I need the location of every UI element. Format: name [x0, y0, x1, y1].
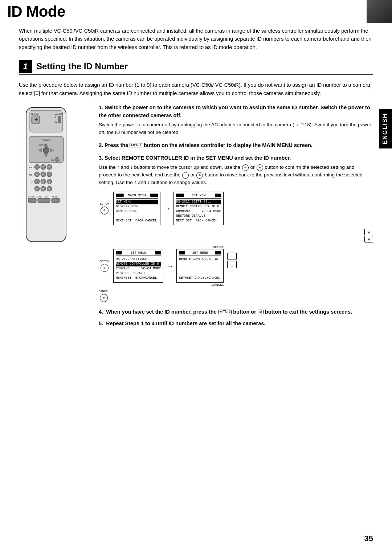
cancel-icon: CANCEL ⊗: [99, 290, 109, 302]
sm-row-cmd: COMMAND VC-C4 MODE: [176, 209, 221, 214]
page-number: 35: [364, 534, 373, 543]
step3-desc: Use the ↑ and ↓ buttons to move the curs…: [99, 164, 373, 187]
arrow-up-down: ∧ ∨: [364, 229, 373, 242]
svg-text:T: T: [54, 116, 56, 119]
set-menu-box: ████ SET MENU ███ RS-232C SETTINGS.. REM…: [173, 192, 224, 225]
page-header: ID Mode: [0, 0, 392, 23]
svg-text:3: 3: [49, 166, 50, 168]
section1-intro: Use the procedure below to assign an ID …: [19, 81, 373, 97]
language-tab: ENGLISH: [379, 109, 392, 148]
step3-bold: 3. Select REMOTE CONTROLLER ID in the SE…: [99, 154, 373, 162]
title-bars-left: ████: [116, 193, 124, 198]
svg-text:ID: ID: [45, 196, 48, 198]
sm2-row-cmd: COMMAND VC-C4 MODE: [116, 266, 161, 271]
header-corner-decoration: [367, 0, 392, 23]
setok-btn-2: ⊙: [101, 264, 109, 272]
svg-text:MF: MF: [29, 174, 33, 176]
step5: 5. Repeat Steps 1 to 4 until ID numbers …: [99, 319, 373, 327]
page-title: ID Mode: [0, 0, 367, 23]
sm-row-rs232: RS-232C SETTINGS..: [176, 200, 221, 204]
svg-text:8: 8: [42, 180, 44, 183]
set-menu-box2: ███ SET MENU ███ RS-232C SETTINGS.. REMO…: [113, 249, 163, 282]
arrow-right-1: →: [163, 204, 171, 213]
remote-col: BRIGHT ZOOM + T W COM2: [19, 104, 91, 257]
sm-title-text: SET MENU: [192, 193, 207, 198]
final-screen-wrap: SET/OK ███ SET MENU ███ REMOTE CONTROLLE…: [176, 245, 224, 286]
setok-label-top: SET/OK: [176, 245, 224, 249]
section-number: 1: [19, 60, 32, 73]
step1-bold: 1. Switch the power on to the cameras to…: [99, 104, 373, 120]
svg-text:4: 4: [36, 173, 38, 176]
sm2-title-text: SET MENU: [131, 251, 146, 256]
svg-text:1: 1: [36, 166, 38, 168]
sm-bars-right: ███: [215, 193, 221, 198]
section-title: Setting the ID Number: [36, 61, 128, 72]
final-menu-box: ███ SET MENU ███ REMOTE CONTROLLER ID SE…: [176, 249, 224, 282]
step1-label: 1.: [99, 105, 105, 110]
menu-row-camera: CAMERA MENU: [116, 209, 158, 214]
setok-icon-1: SET/OK ⊙: [99, 203, 110, 215]
main-content: When multiple VC-C50i/VC-C50iR cameras a…: [0, 23, 392, 346]
step2-bold: 2. Press the MENU button on the wireless…: [99, 142, 373, 150]
svg-text:F.I.: F.I.: [39, 196, 42, 198]
sm2-row-rcid-hl: REMOTE CONTROLLER ID 0: [116, 262, 161, 266]
setok-icon-2: SET/OK ⊙: [99, 260, 110, 272]
svg-rect-53: [45, 198, 50, 203]
svg-rect-54: [52, 198, 60, 203]
title-bars-right: ████: [150, 193, 158, 198]
svg-text:★: ★: [35, 188, 37, 190]
cancel-icon-row: CANCEL ⊗: [99, 290, 373, 302]
svg-text:2: 2: [42, 166, 44, 168]
main-menu-title: ████ MAIN MENU ████: [116, 193, 158, 199]
sm2-bars-right: ███: [155, 251, 161, 256]
svg-text:5: 5: [42, 173, 44, 176]
final-title-text: SET MENU: [192, 251, 208, 256]
sm-bars-left: ████: [176, 193, 184, 198]
menu-row-next-cancel: NEXT=SET BACK=CANCEL: [116, 219, 158, 223]
sm2-row-rs232: RS-232C SETTINGS..: [116, 257, 161, 262]
sm2-bars-left: ███: [116, 251, 122, 256]
screens-row2: SET/OK ⊙ ███ SET MENU ███ RS-232C SETTIN…: [99, 245, 373, 286]
step1: 1. Switch the power on to the cameras to…: [99, 104, 373, 136]
value-arrows: ↑ ↓: [227, 253, 237, 268]
step1-desc: Switch the power to a camera off by unpl…: [99, 121, 373, 136]
step4: 4. When you have set the ID number, pres…: [99, 308, 373, 316]
svg-text:6: 6: [49, 173, 50, 176]
arrow-down-btn: ∨: [364, 236, 373, 242]
svg-text:W: W: [54, 120, 57, 123]
svg-text:#: #: [49, 188, 50, 190]
sm2-row-restore: RESTORE DEFAULT: [116, 271, 161, 276]
screens-area: SET/OK ⊙ ████ MAIN MENU ████ SET MENU DI…: [99, 192, 373, 302]
step2: 2. Press the MENU button on the wireless…: [99, 142, 373, 150]
svg-rect-51: [28, 198, 36, 203]
val-arrow-down: ↓: [227, 261, 237, 268]
final-row-blank2: [179, 266, 221, 271]
svg-text:AF: AF: [29, 166, 32, 169]
final-row-blank3: [179, 271, 221, 276]
setok-btn: ⊙: [101, 207, 109, 215]
setok-label: SET/OK: [100, 203, 109, 205]
cancel-label-sm: CANCEL: [99, 290, 109, 293]
setok-label-2: SET/OK: [100, 260, 109, 262]
menu-row-blank: [116, 214, 158, 219]
step1-text: Switch the power on to the cameras to wh…: [99, 105, 370, 118]
svg-text:0: 0: [42, 188, 44, 190]
svg-text:BRIGHT: BRIGHT: [31, 113, 41, 115]
sm-row-restore: RESTORE DEFAULT: [176, 214, 221, 219]
val-arrow-up: ↑: [227, 253, 237, 260]
main-menu-box: ████ MAIN MENU ████ SET MENU DISPLAY MEN…: [113, 192, 160, 225]
final-row-blank1: [179, 262, 221, 266]
sm2-row-next: NEXT=SET BACK=CANCEL: [116, 276, 161, 281]
screens-row1: SET/OK ⊙ ████ MAIN MENU ████ SET MENU DI…: [99, 192, 373, 225]
up-down-arrows: ∧ ∨: [364, 229, 373, 242]
cancel-label-bottom: CANCEL: [176, 283, 224, 286]
section1-heading: 1 Setting the ID Number: [19, 60, 373, 75]
svg-text:9: 9: [49, 180, 50, 183]
svg-text:MENU: MENU: [52, 196, 58, 198]
final-row-setcancel: SET=SET CANCEL=CANCEL: [179, 276, 221, 281]
cancel-btn-sm: ⊗: [100, 294, 108, 302]
sm-row-rcid: REMOTE CONTROLLER ID 0: [176, 204, 221, 209]
sm-row-next2: NEXT=SET BACK=CANCEL: [176, 219, 221, 223]
menu-row-display: DISPLAY MENU: [116, 204, 158, 209]
arrow-right-2: →: [166, 262, 173, 270]
